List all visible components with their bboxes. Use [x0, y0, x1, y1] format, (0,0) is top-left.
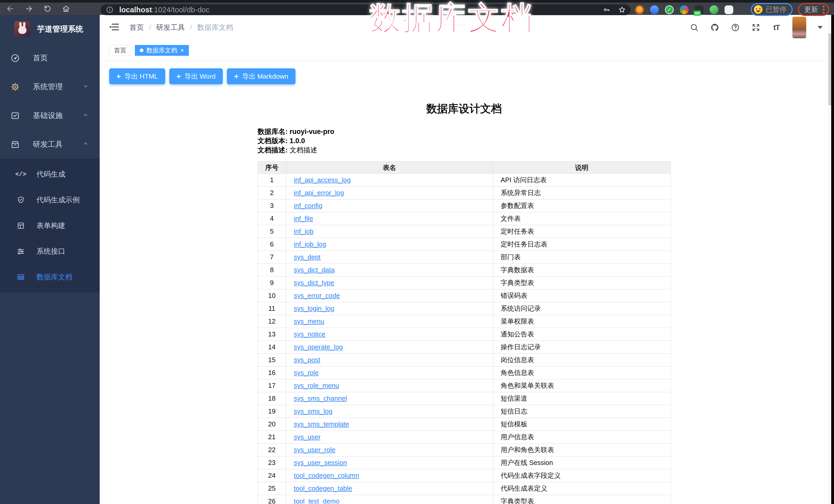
font-size-icon[interactable]: tT [772, 23, 781, 32]
app-logo-row[interactable]: 芋道管理系统 [0, 15, 100, 39]
export-html-button[interactable]: + 导出 HTML [109, 68, 165, 84]
table-name-link[interactable]: inf_api_error_log [294, 189, 344, 197]
url-host: localhost [119, 6, 152, 14]
table-name-link[interactable]: sys_operate_log [294, 343, 343, 351]
extension-puzzle-icon[interactable] [725, 5, 733, 14]
sidebar-item-label: 数据库文档 [37, 272, 72, 282]
row-description: 操作日志记录 [493, 341, 671, 354]
forward-icon[interactable] [25, 4, 34, 13]
table-name-link[interactable]: sys_menu [294, 317, 325, 325]
sidebar-collapse-icon[interactable] [109, 23, 119, 31]
reload-icon[interactable] [43, 4, 52, 13]
home-icon[interactable] [62, 4, 70, 13]
table-name-link[interactable]: tool_codegen_column [294, 472, 359, 479]
row-description: 短信渠道 [493, 392, 671, 405]
table-name-link[interactable]: sys_error_code [294, 292, 340, 300]
extension-leaf-icon[interactable] [710, 5, 718, 14]
tab-label: 首页 [114, 46, 126, 54]
sidebar-item-devtools[interactable]: 研发工具 [0, 130, 100, 159]
github-icon[interactable] [710, 23, 719, 32]
sidebar-item-codegen[interactable]: </> 代码生成 [0, 161, 100, 187]
table-name-link[interactable]: tool_test_demo [294, 497, 340, 504]
extension-orange-icon[interactable] [635, 5, 644, 14]
meta-doc-version: 文档版本: 1.0.0 [258, 136, 671, 146]
breadcrumb-devtools[interactable]: 研发工具 [156, 23, 185, 32]
table-name-link[interactable]: sys_sms_log [294, 408, 332, 415]
search-icon[interactable] [689, 23, 699, 32]
tab-db-doc[interactable]: 数据库文档 × [135, 45, 189, 56]
row-description: 代码生成表定义 [493, 482, 671, 495]
table-name-link[interactable]: sys_role_menu [294, 382, 339, 389]
row-description: 岗位信息表 [493, 354, 671, 367]
extension-blue-icon[interactable] [650, 5, 659, 14]
table-name-link[interactable]: tool_codegen_table [294, 484, 352, 492]
table-row: 1 inf_api_access_log API 访问日志表 [258, 174, 671, 187]
extension-green-check-icon[interactable]: ✓ [665, 5, 674, 14]
button-label: 导出 HTML [125, 72, 158, 81]
browser-menu-icon[interactable] [823, 6, 825, 14]
sidebar-item-system[interactable]: 系统管理 [0, 72, 100, 101]
sidebar-item-home[interactable]: 首页 [0, 44, 100, 72]
table-name-link[interactable]: sys_notice [294, 330, 326, 338]
table-name-link[interactable]: inf_file [294, 215, 313, 222]
avatar[interactable] [792, 17, 806, 38]
sidebar-item-form-builder[interactable]: 表单构建 [0, 213, 100, 239]
sidebar-item-infra[interactable]: 基础设施 [0, 101, 100, 130]
row-description: 用户在线 Session [493, 457, 671, 469]
user-caret-down-icon[interactable] [817, 26, 823, 29]
tab-home[interactable]: 首页 [109, 45, 131, 56]
table-name-link[interactable]: inf_job [294, 227, 314, 235]
url-bar[interactable]: localhost:1024/tool/db-doc [101, 4, 631, 15]
extension-multicolor-icon[interactable] [680, 5, 688, 14]
help-icon[interactable] [731, 23, 740, 32]
table-name-link[interactable]: inf_api_access_log [294, 176, 351, 184]
table-row: 15 sys_post 岗位信息表 [258, 354, 671, 367]
doc-meta: 数据库名: ruoyi-vue-pro 文档版本: 1.0.0 文档描述: 文档… [258, 127, 671, 155]
col-header-description: 说明 [493, 162, 671, 174]
close-icon[interactable]: × [180, 47, 184, 53]
sidebar-item-db-doc[interactable]: 数据库文档 [0, 264, 100, 290]
row-description: 用户信息表 [493, 431, 671, 444]
table-row: 8 sys_dict_data 字典数据表 [258, 264, 671, 277]
table-name-link[interactable]: sys_post [294, 356, 321, 364]
table-name-link[interactable]: sys_sms_template [294, 420, 349, 428]
breadcrumb-home[interactable]: 首页 [130, 23, 144, 32]
table-name-link[interactable]: sys_login_log [294, 305, 334, 312]
site-info-icon[interactable] [105, 5, 114, 14]
table-name-link[interactable]: sys_dict_type [294, 279, 334, 287]
table-name-link[interactable]: sys_role [294, 369, 319, 376]
table-name-link[interactable]: sys_user_role [294, 446, 335, 454]
table-name-link[interactable]: sys_dept [294, 253, 321, 261]
table-name-link[interactable]: sys_user_session [294, 459, 347, 466]
table-name-link[interactable]: sys_user [294, 433, 321, 441]
sidebar-item-codegen-demo[interactable]: 代码生成示例 [0, 187, 100, 213]
bookmark-star-icon[interactable] [618, 5, 627, 14]
row-description: 系统访问记录 [493, 302, 671, 315]
profile-chip[interactable]: 已暂停 [751, 3, 793, 16]
back-icon[interactable] [6, 4, 15, 13]
table-row: 9 sys_dict_type 字典类型表 [258, 277, 671, 289]
breadcrumb-current: 数据库文档 [197, 23, 233, 32]
table-name-link[interactable]: inf_job_log [294, 240, 326, 248]
table-name-link[interactable]: inf_config [294, 202, 323, 210]
table-row: 7 sys_dept 部门表 [258, 251, 671, 264]
page-scrollbar-thumb[interactable] [828, 34, 831, 105]
app-logo [15, 21, 30, 37]
sidebar-item-label: 系统管理 [33, 82, 63, 92]
row-description: 短信日志 [493, 405, 671, 418]
extension-on-icon[interactable]: on [695, 5, 703, 14]
meta-db-name: 数据库名: ruoyi-vue-pro [258, 127, 671, 136]
browser-update-button[interactable]: 更新 [798, 3, 829, 16]
sidebar-item-system-api[interactable]: 系统接口 [0, 239, 100, 264]
row-index: 12 [258, 315, 286, 328]
row-index: 4 [258, 212, 286, 225]
export-markdown-button[interactable]: + 导出 Markdown [227, 68, 295, 84]
table-name-link[interactable]: sys_dict_data [294, 266, 335, 274]
fullscreen-icon[interactable] [751, 23, 761, 32]
export-word-button[interactable]: + 导出 Word [169, 68, 223, 84]
password-key-icon[interactable] [602, 5, 611, 14]
row-index: 3 [258, 199, 286, 212]
row-index: 17 [258, 379, 286, 392]
row-index: 23 [258, 457, 286, 469]
table-name-link[interactable]: sys_sms_channel [294, 395, 347, 402]
